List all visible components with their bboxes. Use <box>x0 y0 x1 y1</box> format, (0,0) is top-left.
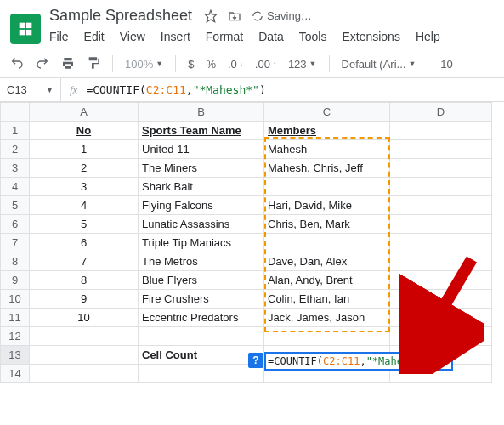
menu-tools[interactable]: Tools <box>299 30 327 43</box>
formula-bar[interactable]: =COUNTIF(C2:C11,"*Mahesh*") <box>86 83 265 96</box>
cell[interactable]: Mahesh <box>264 140 390 159</box>
cell[interactable]: 10 <box>30 309 139 327</box>
row-header[interactable]: 2 <box>1 140 30 159</box>
annotation-arrow <box>399 255 484 374</box>
row-header[interactable]: 8 <box>1 252 30 271</box>
cell[interactable] <box>390 122 492 140</box>
cell[interactable] <box>264 178 390 196</box>
row-header[interactable]: 13 <box>1 346 30 365</box>
menu-extensions[interactable]: Extensions <box>342 30 399 43</box>
font-size[interactable]: 10 <box>440 58 452 71</box>
doc-title[interactable]: Sample Spreadsheet <box>49 7 192 25</box>
row-header[interactable]: 14 <box>1 365 30 383</box>
cell[interactable] <box>30 365 139 383</box>
cell[interactable]: 8 <box>30 271 139 290</box>
more-formats-button[interactable]: 123 ▼ <box>288 58 317 71</box>
currency-button[interactable]: $ <box>188 58 194 71</box>
menu-data[interactable]: Data <box>258 30 284 43</box>
cell[interactable] <box>264 234 390 252</box>
cell[interactable]: 4 <box>30 196 139 215</box>
cell[interactable]: Lunatic Assassins <box>139 215 264 234</box>
col-header-B[interactable]: B <box>139 103 264 122</box>
cell[interactable]: Triple Tip Maniacs <box>139 234 264 252</box>
saving-status: Saving… <box>252 9 312 22</box>
cell[interactable]: United 11 <box>139 140 264 159</box>
formula-help-icon[interactable]: ? <box>248 353 263 368</box>
menu-insert[interactable]: Insert <box>161 30 190 43</box>
cell[interactable]: 2 <box>30 159 139 178</box>
row-header[interactable]: 11 <box>1 309 30 327</box>
percent-button[interactable]: % <box>206 58 216 71</box>
redo-icon[interactable] <box>36 56 49 72</box>
cell[interactable]: Colin, Ethan, Ian <box>264 290 390 309</box>
font-select[interactable]: Default (Ari... ▼ <box>342 58 416 71</box>
menu-help[interactable]: Help <box>416 30 440 43</box>
cell[interactable] <box>390 196 492 215</box>
col-header-D[interactable]: D <box>390 103 492 122</box>
cell[interactable] <box>139 365 264 383</box>
cell[interactable] <box>264 327 390 346</box>
cell[interactable]: Hari, David, Mike <box>264 196 390 215</box>
paint-format-icon[interactable] <box>87 56 100 72</box>
cell[interactable]: 6 <box>30 234 139 252</box>
col-header-A[interactable]: A <box>30 103 139 122</box>
cell[interactable]: 5 <box>30 215 139 234</box>
row-header[interactable]: 6 <box>1 215 30 234</box>
cell[interactable] <box>30 346 139 365</box>
row-header[interactable]: 7 <box>1 234 30 252</box>
cell[interactable]: 7 <box>30 252 139 271</box>
cell[interactable]: 9 <box>30 290 139 309</box>
cell[interactable]: Dave, Dan, Alex <box>264 252 390 271</box>
row-header[interactable]: 1 <box>1 122 30 140</box>
cell[interactable]: The Miners <box>139 159 264 178</box>
print-icon[interactable] <box>61 56 75 72</box>
row-header[interactable]: 4 <box>1 178 30 196</box>
menu-file[interactable]: File <box>49 30 69 43</box>
cell[interactable]: The Metros <box>139 252 264 271</box>
toolbar: 100% ▼ $ % .0↓ .00↑ 123 ▼ Default (Ari..… <box>0 50 504 78</box>
row-header[interactable]: 5 <box>1 196 30 215</box>
cell[interactable]: Eccentric Predators <box>139 309 264 327</box>
name-box[interactable]: C13▼ <box>0 78 61 101</box>
cell[interactable]: No <box>30 122 139 140</box>
cell[interactable]: Shark Bait <box>139 178 264 196</box>
cell[interactable]: 1 <box>30 140 139 159</box>
star-icon[interactable] <box>204 9 218 23</box>
menu-bar: FileEditViewInsertFormatDataToolsExtensi… <box>49 25 440 50</box>
fx-icon: fx <box>61 83 86 97</box>
svg-marker-4 <box>205 10 216 21</box>
cell[interactable]: Members <box>264 122 390 140</box>
cell[interactable]: Cell Count <box>139 346 264 365</box>
col-header-C[interactable]: C <box>264 103 390 122</box>
menu-view[interactable]: View <box>120 30 145 43</box>
cell[interactable] <box>390 159 492 178</box>
cell[interactable] <box>30 327 139 346</box>
increase-decimal-button[interactable]: .00↑ <box>255 58 276 71</box>
menu-format[interactable]: Format <box>206 30 243 43</box>
cell[interactable] <box>390 234 492 252</box>
move-icon[interactable] <box>228 9 241 23</box>
row-header[interactable]: 9 <box>1 271 30 290</box>
cell[interactable] <box>390 215 492 234</box>
sheets-logo[interactable] <box>10 14 41 44</box>
cell[interactable]: 3 <box>30 178 139 196</box>
svg-line-6 <box>416 259 472 353</box>
cell[interactable]: Sports Team Name <box>139 122 264 140</box>
cell[interactable]: Mahesh, Chris, Jeff <box>264 159 390 178</box>
decrease-decimal-button[interactable]: .0↓ <box>228 58 243 71</box>
cell[interactable]: Alan, Andy, Brent <box>264 271 390 290</box>
menu-edit[interactable]: Edit <box>84 30 105 43</box>
row-header[interactable]: 10 <box>1 290 30 309</box>
cell[interactable]: Fire Crushers <box>139 290 264 309</box>
zoom-select[interactable]: 100% ▼ <box>125 58 163 71</box>
row-header[interactable]: 12 <box>1 327 30 346</box>
undo-icon[interactable] <box>10 56 24 72</box>
cell[interactable] <box>139 327 264 346</box>
cell[interactable]: Chris, Ben, Mark <box>264 215 390 234</box>
cell[interactable] <box>390 178 492 196</box>
row-header[interactable]: 3 <box>1 159 30 178</box>
cell[interactable]: Flying Falcons <box>139 196 264 215</box>
cell[interactable]: Jack, James, Jason <box>264 309 390 327</box>
cell[interactable]: Blue Flyers <box>139 271 264 290</box>
cell[interactable] <box>390 140 492 159</box>
